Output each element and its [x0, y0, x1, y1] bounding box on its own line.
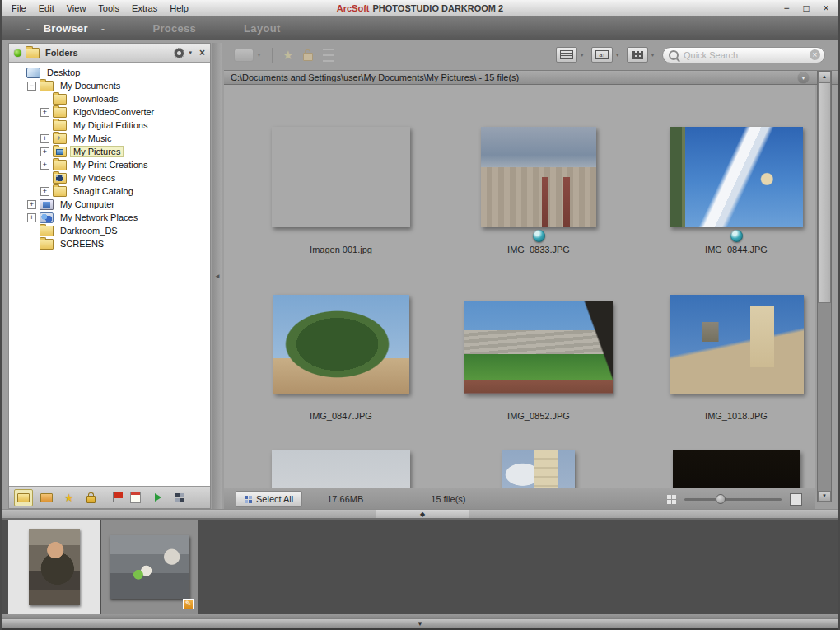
filmstrip-splitter[interactable]: ◆ — [2, 509, 838, 519]
flag-filter-button[interactable] — [105, 490, 122, 506]
photo-item[interactable]: Imagen 001.jpg — [242, 96, 440, 263]
folder-label: My Videos — [70, 172, 119, 184]
folder-tree-item-my-pictures[interactable]: + My Pictures — [9, 145, 210, 158]
menu-item-help[interactable]: Help — [170, 3, 189, 13]
photo-item[interactable]: IMG_0833.JPG — [440, 96, 637, 263]
menu-item-view[interactable]: View — [67, 3, 86, 13]
folder-icon — [53, 160, 67, 170]
photo-thumbnail[interactable] — [670, 127, 803, 227]
select-all-button[interactable]: Select All — [236, 491, 302, 507]
select-all-icon — [245, 496, 252, 503]
detail-view-button[interactable]: ▼ — [556, 47, 585, 63]
open-folder-button[interactable] — [14, 489, 33, 506]
export-button[interactable] — [149, 490, 166, 506]
tree-toggle[interactable]: + — [40, 134, 49, 143]
tree-toggle[interactable]: + — [40, 161, 49, 170]
star-icon[interactable]: ★ — [282, 48, 293, 63]
quick-search-box[interactable]: × — [662, 47, 825, 63]
tab-process[interactable]: Process — [152, 22, 196, 35]
folder-tree-item-snagit-catalog[interactable]: + SnagIt Catalog — [9, 184, 210, 198]
small-thumbnails-icon[interactable] — [667, 495, 676, 504]
tree-toggle[interactable]: + — [40, 147, 49, 156]
folder-tree-item-my-videos[interactable]: My Videos — [9, 171, 210, 184]
folder-tree-item-my-digital-editions[interactable]: My Digital Editions — [9, 119, 210, 132]
calendar-button[interactable] — [127, 490, 144, 506]
path-dropdown-icon[interactable]: ▼ — [798, 72, 809, 83]
lock-icon[interactable] — [303, 53, 313, 61]
filmstrip-item[interactable] — [8, 520, 100, 614]
photo-thumbnail[interactable] — [481, 127, 596, 227]
photo-item[interactable]: IMG_0847.JPG — [242, 263, 440, 429]
filmstrip-item[interactable]: ✎ — [101, 520, 198, 614]
tree-toggle[interactable]: + — [40, 108, 49, 117]
photo-item[interactable]: IMG_0852.JPG — [440, 263, 637, 429]
folder-tree-item-kigovideoconverter[interactable]: + KigoVideoConverter — [9, 105, 210, 119]
folder-tree-item-my-network-places[interactable]: + My Network Places — [9, 211, 210, 224]
folder-tree-item-my-music[interactable]: + My Music — [9, 132, 210, 145]
photo-thumbnail[interactable] — [670, 295, 804, 394]
filmstrip-thumbnail[interactable] — [29, 529, 80, 605]
scroll-up-button[interactable]: ▲ — [818, 72, 831, 82]
photo-thumbnail[interactable] — [273, 295, 409, 394]
grid-view-button[interactable] — [171, 490, 189, 506]
folder-label: Downloads — [70, 93, 121, 105]
acquire-dropdown-button[interactable]: ▼ — [234, 49, 262, 62]
total-size-label: 17.66MB — [327, 494, 363, 504]
photo-item[interactable]: IMG_1018.JPG — [637, 263, 815, 429]
thumbnail-size-control — [667, 493, 802, 506]
folder-label: Desktop — [44, 67, 83, 78]
thumbnail-view-button[interactable]: ▼ — [627, 47, 656, 63]
menu-item-tools[interactable]: Tools — [98, 3, 119, 13]
folder-tree-item-desktop[interactable]: Desktop — [9, 66, 210, 79]
photo-filename: IMG_0844.JPG — [705, 245, 768, 256]
panel-toggle-icon[interactable] — [14, 49, 21, 57]
folder-tree-item-my-print-creations[interactable]: + My Print Creations — [9, 158, 210, 171]
folder-tree-item-my-computer[interactable]: + My Computer — [9, 198, 210, 211]
large-thumbnail-icon[interactable] — [790, 493, 802, 506]
list-icon[interactable] — [323, 49, 334, 62]
menu-item-file[interactable]: File — [12, 3, 26, 13]
tree-toggle[interactable]: − — [27, 82, 36, 91]
tree-toggle[interactable]: + — [27, 200, 36, 209]
folder-tree-item-my-documents[interactable]: − My Documents — [9, 79, 210, 92]
tab-layout[interactable]: Layout — [244, 22, 280, 35]
detail-view-icon — [560, 50, 573, 59]
tree-splitter[interactable]: ◄ — [212, 43, 222, 509]
search-input[interactable] — [682, 49, 810, 61]
folder-icon — [53, 94, 67, 105]
scroll-down-button[interactable]: ▼ — [818, 491, 831, 502]
folders-panel-header: Folders ▾ × — [9, 44, 210, 63]
panel-close-icon[interactable]: × — [199, 47, 205, 58]
collapse-left-icon[interactable]: ◄ — [214, 273, 221, 280]
folder-tree-item-darkroom_ds[interactable]: Darkroom_DS — [9, 224, 210, 237]
lock-filter-button[interactable] — [82, 490, 100, 506]
favorite-folder-button[interactable] — [38, 490, 55, 506]
vertical-scrollbar[interactable]: ▲ ▼ — [817, 71, 832, 502]
splitter-handle[interactable]: ◆ — [376, 510, 469, 518]
folder-icon — [53, 147, 67, 157]
slider-thumb[interactable] — [716, 494, 726, 504]
photo-item[interactable]: IMG_0844.JPG — [637, 96, 815, 263]
tab-browser[interactable]: Browser — [26, 22, 105, 35]
close-button[interactable]: × — [820, 2, 832, 14]
photo-thumbnail[interactable] — [272, 127, 410, 227]
gear-icon[interactable] — [175, 49, 184, 58]
star-filter-button[interactable]: ★ — [60, 490, 77, 506]
search-clear-icon[interactable]: × — [810, 49, 820, 60]
folder-tree-item-screens[interactable]: SCREENS — [9, 237, 210, 250]
tree-toggle[interactable]: + — [40, 187, 49, 196]
menu-item-extras[interactable]: Extras — [132, 3, 157, 13]
filmstrip-thumbnail[interactable] — [110, 535, 189, 599]
bottom-collapse-bar[interactable]: ▼ — [2, 619, 838, 630]
folder-icon — [26, 68, 40, 78]
thumbnail-size-slider[interactable] — [684, 498, 782, 501]
scrollbar-thumb[interactable] — [818, 82, 831, 303]
menu-item-edit[interactable]: Edit — [39, 3, 54, 13]
tree-toggle[interactable]: + — [27, 213, 36, 222]
maximize-button[interactable]: □ — [800, 2, 812, 14]
sort-view-button[interactable]: a↑▼ — [591, 47, 620, 63]
photo-thumbnail[interactable] — [464, 301, 613, 394]
gear-dropdown-arrow[interactable]: ▾ — [189, 49, 192, 56]
folder-tree-item-downloads[interactable]: Downloads — [9, 92, 210, 105]
minimize-button[interactable]: − — [781, 2, 792, 14]
